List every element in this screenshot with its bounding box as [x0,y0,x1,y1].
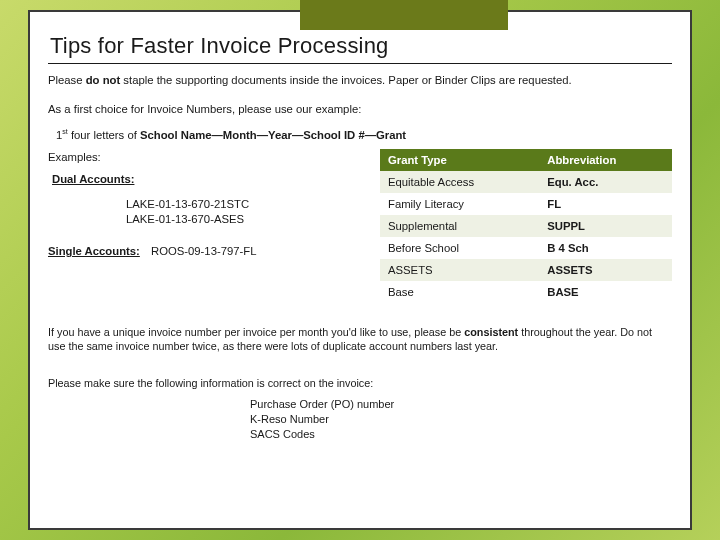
single-accounts-heading: Single Accounts: [48,245,140,257]
list-item: LAKE-01-13-670-21STC [126,197,362,212]
examples-column: Examples: Dual Accounts: LAKE-01-13-670-… [48,149,362,303]
dual-accounts-list: LAKE-01-13-670-21STC LAKE-01-13-670-ASES [126,197,362,228]
grant-abbreviation-table: Grant Type Abbreviation Equitable Access… [380,149,672,303]
table-header: Abbreviation [539,149,672,171]
single-account-value: ROOS-09-13-797-FL [151,245,256,257]
table-row: ASSETS ASSETS [380,259,672,281]
text-emphasis: do not [86,74,121,86]
instruction-no-staple: Please do not staple the supporting docu… [48,73,672,88]
examples-and-table: Examples: Dual Accounts: LAKE-01-13-670-… [48,149,672,303]
cell-abbrev: SUPPL [539,215,672,237]
dual-accounts-heading: Dual Accounts: [52,173,362,185]
cell-grant-type: Before School [380,237,539,259]
table-row: Equitable Access Equ. Acc. [380,171,672,193]
cell-grant-type: ASSETS [380,259,539,281]
examples-heading: Examples: [48,151,362,163]
page-title: Tips for Faster Invoice Processing [48,30,672,64]
title-accent-block [300,0,508,30]
list-item: LAKE-01-13-670-ASES [126,212,362,227]
list-item: Purchase Order (PO) number [250,397,672,412]
cell-grant-type: Family Literacy [380,193,539,215]
table-row: Base BASE [380,281,672,303]
cell-abbrev: Equ. Acc. [539,171,672,193]
single-accounts-line: Single Accounts: ROOS-09-13-797-FL [48,245,362,257]
list-item: K-Reso Number [250,412,672,427]
list-item: SACS Codes [250,427,672,442]
text: four letters of [68,128,140,140]
table-header: Grant Type [380,149,539,171]
text: If you have a unique invoice number per … [48,326,464,338]
cell-abbrev: ASSETS [539,259,672,281]
cell-abbrev: B 4 Sch [539,237,672,259]
instruction-invoice-format: As a first choice for Invoice Numbers, p… [48,102,672,117]
slide-frame: Tips for Faster Invoice Processing Pleas… [28,10,692,530]
cell-grant-type: Base [380,281,539,303]
invoice-format-pattern: 1st four letters of School Name—Month—Ye… [56,127,672,143]
cell-abbrev: BASE [539,281,672,303]
cell-grant-type: Equitable Access [380,171,539,193]
table-row: Supplemental SUPPL [380,215,672,237]
note-required-info: Please make sure the following informati… [48,376,672,391]
text: Please [48,74,86,86]
text: staple the supporting documents inside t… [120,74,572,86]
text-emphasis: consistent [464,326,518,338]
required-info-list: Purchase Order (PO) number K-Reso Number… [250,397,672,442]
cell-abbrev: FL [539,193,672,215]
table-row: Family Literacy FL [380,193,672,215]
format-template: School Name—Month—Year—School ID #—Grant [140,128,406,140]
table-row: Before School B 4 Sch [380,237,672,259]
note-consistency: If you have a unique invoice number per … [48,325,672,355]
cell-grant-type: Supplemental [380,215,539,237]
